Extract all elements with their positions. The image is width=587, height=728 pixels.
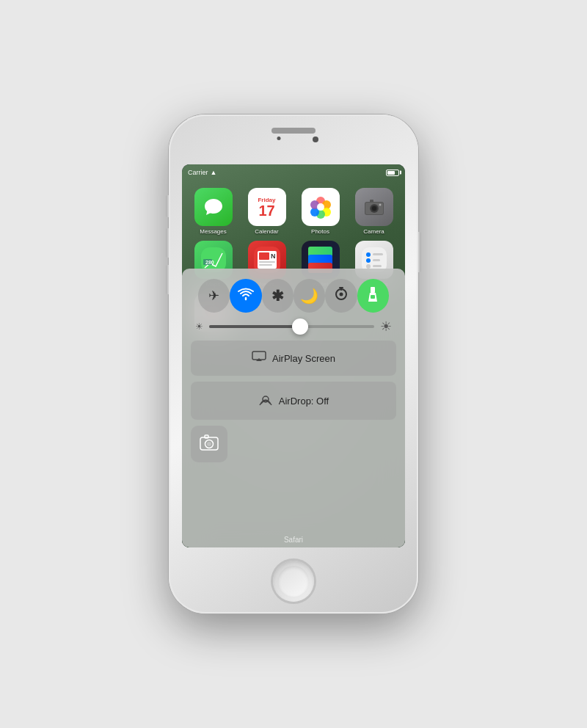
app-messages[interactable]: Messages <box>189 188 237 235</box>
messages-icon <box>194 188 233 226</box>
photos-svg <box>307 194 334 220</box>
airplay-button[interactable]: AirPlay Screen <box>191 341 396 376</box>
svg-rect-27 <box>373 259 380 261</box>
camera-label: Camera <box>363 228 384 235</box>
calendar-icon: Friday 17 <box>248 188 286 226</box>
screen: Carrier ▲ Messages <box>182 164 405 547</box>
calendar-label: Calendar <box>255 228 278 235</box>
calendar-day: 17 <box>258 203 274 218</box>
volume-up-button[interactable] <box>166 228 169 258</box>
svg-text:N: N <box>271 252 276 260</box>
control-center: ✈ ✱ 🌙 <box>182 269 405 547</box>
home-button[interactable] <box>273 561 314 602</box>
brightness-thumb[interactable] <box>292 318 308 335</box>
bluetooth-icon: ✱ <box>271 287 284 305</box>
airplane-mode-button[interactable]: ✈ <box>198 279 230 313</box>
airplay-label: AirPlay Screen <box>272 353 335 364</box>
svg-point-13 <box>379 204 381 206</box>
svg-rect-42 <box>371 287 375 293</box>
messages-svg <box>203 196 225 218</box>
brightness-slider-row: ☀ ☀ <box>191 318 396 335</box>
svg-point-26 <box>366 258 371 263</box>
bluetooth-button[interactable]: ✱ <box>262 279 294 313</box>
airdrop-label: AirDrop: Off <box>279 396 329 407</box>
moon-icon: 🌙 <box>300 287 318 305</box>
volume-down-button[interactable] <box>166 265 169 294</box>
do-not-disturb-button[interactable]: 🌙 <box>294 279 325 313</box>
front-camera <box>313 136 318 142</box>
svg-point-11 <box>372 206 376 211</box>
carrier-label: Carrier <box>188 169 208 176</box>
camera-svg <box>364 198 384 216</box>
wifi-icon <box>238 288 254 305</box>
safari-bar: Safari <box>182 532 405 545</box>
proximity-sensor <box>277 136 281 140</box>
app-camera[interactable]: Camera <box>350 188 398 235</box>
flashlight-icon <box>367 287 379 305</box>
brightness-fill <box>209 325 300 328</box>
camera-shortcut-icon <box>200 434 219 454</box>
flashlight-button[interactable] <box>357 279 389 313</box>
svg-rect-49 <box>205 435 208 438</box>
toggle-row: ✈ ✱ 🌙 <box>191 279 396 313</box>
carrier-info: Carrier ▲ <box>188 169 216 176</box>
bottom-shortcut-row <box>191 426 396 462</box>
svg-rect-25 <box>373 253 383 255</box>
svg-rect-29 <box>373 265 382 267</box>
photos-icon <box>302 188 340 226</box>
status-right-group <box>386 170 399 176</box>
svg-rect-43 <box>371 295 375 299</box>
app-photos[interactable]: Photos <box>296 188 344 235</box>
wifi-status-icon: ▲ <box>211 169 217 176</box>
mute-button[interactable] <box>166 195 169 217</box>
rotation-lock-button[interactable] <box>325 279 357 313</box>
battery-icon <box>386 170 399 176</box>
svg-rect-20 <box>259 261 275 263</box>
brightness-slider[interactable] <box>209 325 374 328</box>
photos-label: Photos <box>311 228 329 235</box>
messages-label: Messages <box>200 228 226 235</box>
safari-label: Safari <box>284 536 303 544</box>
wifi-button[interactable] <box>230 279 261 313</box>
svg-rect-12 <box>370 200 373 203</box>
home-button-inner <box>278 566 309 597</box>
svg-point-24 <box>366 252 371 257</box>
status-bar: Carrier ▲ <box>182 164 405 181</box>
airplay-icon <box>252 351 266 365</box>
svg-point-6 <box>317 203 324 211</box>
svg-point-41 <box>339 292 343 296</box>
phone-device: Carrier ▲ Messages <box>169 114 418 614</box>
camera-icon <box>355 188 393 226</box>
camera-shortcut-button[interactable] <box>191 426 227 462</box>
power-button[interactable] <box>418 232 421 272</box>
svg-text:280: 280 <box>205 260 214 265</box>
app-calendar[interactable]: Friday 17 Calendar <box>243 188 291 235</box>
svg-point-48 <box>207 442 211 446</box>
rotation-icon <box>333 286 349 306</box>
brightness-high-icon: ☀ <box>380 318 392 335</box>
brightness-low-icon: ☀ <box>195 321 203 332</box>
speaker-grille <box>271 128 316 134</box>
airdrop-button[interactable]: AirDrop: Off <box>191 382 396 420</box>
svg-rect-21 <box>259 264 272 266</box>
svg-rect-19 <box>259 252 269 260</box>
airplane-icon: ✈ <box>208 288 219 304</box>
airdrop-icon <box>258 392 273 410</box>
